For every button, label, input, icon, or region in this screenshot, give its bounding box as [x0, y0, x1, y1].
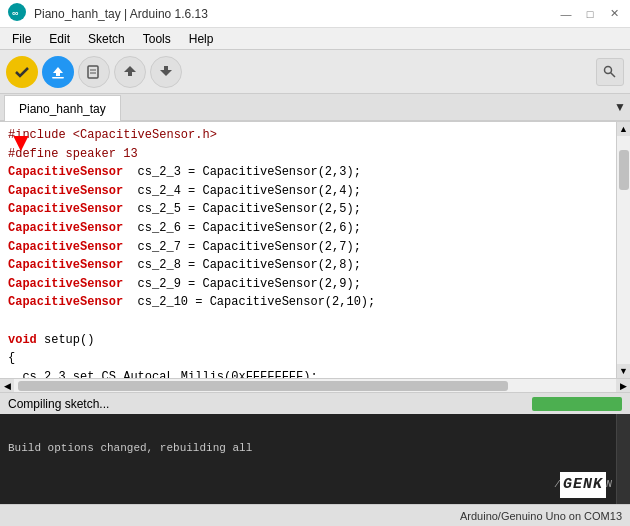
arrow-indicator: ▲ [8, 132, 34, 158]
horizontal-scrollbar[interactable]: ◀ ▶ [0, 378, 630, 392]
svg-marker-2 [53, 67, 63, 73]
console-scrollbar[interactable] [616, 414, 630, 504]
bottom-bar: Arduino/Genuino Uno on COM13 [0, 504, 630, 526]
console-area: Build options changed, rebuilding all / … [0, 414, 630, 504]
verify-button[interactable] [6, 56, 38, 88]
progress-bar [532, 397, 622, 411]
tab-label: Piano_hanh_tay [19, 102, 106, 116]
menu-bar: File Edit Sketch Tools Help [0, 28, 630, 50]
editor-container: ▲ #include <CapacitiveSensor.h> #define … [0, 122, 630, 392]
menu-sketch[interactable]: Sketch [80, 30, 133, 48]
svg-rect-3 [56, 73, 60, 76]
watermark-suffix: N [606, 477, 612, 493]
tab-dropdown-arrow[interactable]: ▼ [614, 100, 626, 114]
title-bar-controls: — □ ✕ [558, 6, 622, 22]
title-text: Piano_hanh_tay | Arduino 1.6.13 [34, 7, 208, 21]
scrollbar-down-arrow[interactable]: ▼ [617, 364, 631, 378]
svg-marker-10 [160, 70, 172, 76]
title-bar: ∞ Piano_hanh_tay | Arduino 1.6.13 — □ ✕ [0, 0, 630, 28]
svg-rect-4 [52, 77, 64, 79]
save-button[interactable] [150, 56, 182, 88]
toolbar [0, 50, 630, 94]
menu-edit[interactable]: Edit [41, 30, 78, 48]
code-content[interactable]: #include <CapacitiveSensor.h> #define sp… [0, 122, 616, 378]
open-button[interactable] [114, 56, 146, 88]
new-button[interactable] [78, 56, 110, 88]
title-bar-left: ∞ Piano_hanh_tay | Arduino 1.6.13 [8, 3, 208, 25]
minimize-button[interactable]: — [558, 6, 574, 22]
svg-line-13 [611, 72, 616, 77]
menu-help[interactable]: Help [181, 30, 222, 48]
search-button[interactable] [596, 58, 624, 86]
console-line-2: Build options changed, rebuilding all [8, 440, 622, 458]
svg-rect-5 [88, 66, 98, 78]
svg-marker-8 [124, 66, 136, 72]
tab-piano-hanh-tay[interactable]: Piano_hanh_tay [4, 95, 121, 121]
scrollbar-left-arrow[interactable]: ◀ [0, 379, 14, 392]
menu-tools[interactable]: Tools [135, 30, 179, 48]
svg-point-12 [605, 66, 612, 73]
console-line-1 [8, 420, 622, 440]
scrollbar-right-arrow[interactable]: ▶ [616, 379, 630, 392]
close-button[interactable]: ✕ [606, 6, 622, 22]
watermark-container: / GENK N [555, 472, 612, 498]
upload-button[interactable] [42, 56, 74, 88]
board-label: Arduino/Genuino Uno on COM13 [460, 510, 622, 522]
scrollbar-thumb[interactable] [619, 150, 629, 190]
menu-file[interactable]: File [4, 30, 39, 48]
status-bar: Compiling sketch... [0, 392, 630, 414]
scrollbar-h-thumb[interactable] [18, 381, 508, 391]
svg-rect-9 [128, 72, 132, 76]
svg-rect-11 [164, 66, 168, 70]
app-icon: ∞ [8, 3, 26, 25]
vertical-scrollbar[interactable]: ▲ ▼ [616, 122, 630, 378]
svg-text:∞: ∞ [12, 8, 19, 18]
maximize-button[interactable]: □ [582, 6, 598, 22]
scrollbar-h-track[interactable] [14, 379, 616, 392]
code-area[interactable]: #include <CapacitiveSensor.h> #define sp… [0, 122, 630, 378]
watermark-text: GENK [560, 472, 606, 498]
tab-bar: Piano_hanh_tay ▼ [0, 94, 630, 122]
compile-status: Compiling sketch... [8, 397, 524, 411]
scrollbar-up-arrow[interactable]: ▲ [617, 122, 631, 136]
